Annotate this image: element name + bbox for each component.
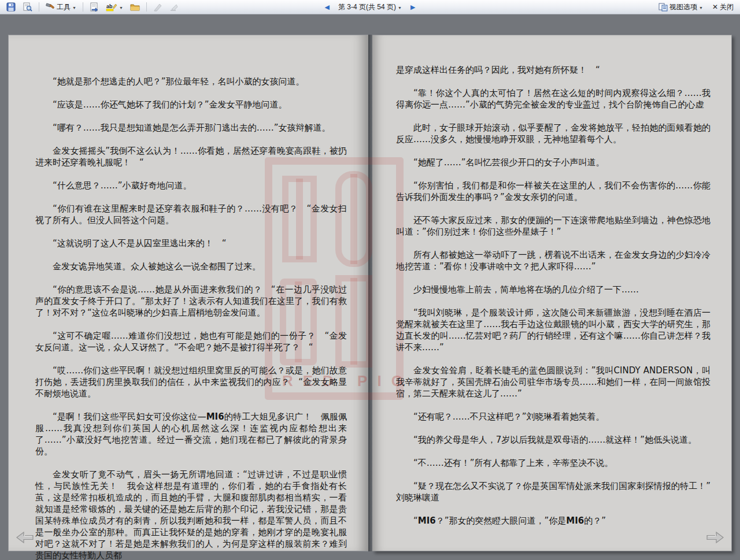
- paragraph: “你们有谁在这里醒来时是还穿着衣服和鞋子的？……没有吧？ “金发女扫视了所有人。…: [35, 203, 347, 226]
- paragraph: “应该是……你还气她坏了我们的计划？”金发女平静地问道。: [35, 99, 347, 110]
- paragraph: 是穿成这样出任务的吗？因此，我对她有所怀疑！ “: [396, 64, 711, 76]
- annotate-stamp-button[interactable]: [166, 1, 182, 13]
- paragraph: “哎……你们这些平民啊！就没想过组织里窝里反的可能么？或是，她们故意打伤她，丢进…: [35, 365, 347, 399]
- close-label: 关闭: [720, 2, 734, 12]
- page-left: “她就是那个想逃走的人吧？”那位最年轻，名叫小葳的女孩问道。“应该是……你还气她…: [8, 35, 368, 551]
- tools-label: 工具: [57, 2, 71, 12]
- prev-page-button[interactable]: ◀: [322, 2, 332, 13]
- paragraph: “她醒了……”名叫忆芸很少开口的女子小声叫道。: [396, 157, 711, 168]
- toolbar-right-group: 视图选项 ▼ ✕ 关闭: [656, 1, 737, 13]
- reading-area: “她就是那个想逃走的人吧？”那位最年轻，名叫小葳的女孩问道。“应该是……你还气她…: [0, 15, 740, 560]
- paragraph: “MI6？”那女的突然瞪大眼问道，”你是MI6的？”: [396, 515, 711, 526]
- folder-icon: [130, 2, 140, 12]
- toolbar-separator: [146, 2, 147, 12]
- page-navigation: ◀ 第 3-4 页(共 54 页) ▼ ▶: [322, 0, 419, 14]
- paragraph: 金发女诡异地笑道。众人被她这么一说全都围了过来。: [35, 261, 347, 272]
- next-page-button[interactable]: ▶: [408, 2, 418, 13]
- paragraph: “什么意思？……”小葳好奇地问道。: [35, 180, 347, 191]
- view-options-label: 视图选项: [669, 2, 697, 12]
- paragraph: “你的意思该不会是说……她是从外面进来救我们的？ “在一边几乎没吭过声的直发女子…: [35, 284, 347, 318]
- ebook-reader-window: 工具 ▼ ab ▼: [0, 0, 740, 560]
- reflow-icon: [90, 2, 99, 12]
- close-button[interactable]: ✕ 关闭: [709, 1, 737, 13]
- svg-text:ab: ab: [106, 3, 113, 9]
- paragraph: 金发女听了竟不动气，眉头一扬无所谓地回道：“过讲过讲，不过是职业惯性，与民族性无…: [35, 469, 347, 560]
- paragraph: “你别害怕，我们都是和你一样被关在这里的人，我们不会伤害你的……你能告诉我们外面…: [396, 180, 711, 203]
- page-right: 是穿成这样出任务的吗？因此，我对她有所怀疑！ ““靠！你这个人真的太可怕了！居然…: [372, 35, 732, 551]
- reflow-button[interactable]: [87, 1, 102, 13]
- paragraph: 少妇慢慢地靠上前去，简单地将在场的几位介绍了一下……: [396, 284, 711, 295]
- view-options-icon: [658, 2, 668, 12]
- page-number-label: 第 3-4 页(共 54 页): [338, 2, 396, 12]
- highlight-icon: ab: [106, 2, 117, 12]
- paragraph: “还有呢？……不只这样吧？”刘晓琳看着她笑着。: [396, 411, 711, 422]
- paragraph: “这可不确定喔……难道你们没想过，她也有可能是她们的一份子？ “金发女反问道。这…: [35, 330, 347, 353]
- paragraph: 金发女摇摇头”我倒不这么认为！……你看她，居然还穿着晚宴高跟鞋，被扔进来时还穿着…: [35, 145, 347, 168]
- paragraph: 此时，女子眼球开始滚动，似乎要醒了，金发将她放平，轻拍她的面颊看她的反应……没多…: [396, 122, 711, 145]
- paragraph: “疑？现在怎么又不实说了？你是英国军情处派来我们国家刺探情报的特工！”刘晓琳嚷道: [396, 480, 711, 503]
- pen-icon: [153, 2, 162, 12]
- paragraph: 还不等大家反应过来，那女的便蹦的一下连滚带爬地贴坐到墙边，神色惊恐地叫道：”你们…: [396, 214, 711, 238]
- close-icon: ✕: [712, 3, 718, 11]
- paragraph: “不……还有！”所有人都靠了上来，辛蒂坚决不说。: [396, 457, 711, 469]
- toolbar-separator: [83, 2, 83, 12]
- toolbar-separator: [39, 2, 39, 12]
- paragraph: “我的养父母是华人，7岁以后我就是双母语的……就这样！”她低头说道。: [396, 434, 711, 446]
- save-button[interactable]: [3, 1, 18, 13]
- paragraph: 所有人都被她这一举动吓了一跳，楞着说不出话来，在金发女身边的少妇冷冷地挖苦道：”…: [396, 249, 711, 272]
- print-preview-button[interactable]: [20, 1, 35, 13]
- paragraph: “靠！你这个人真的太可怕了！居然在这么短的时间内观察得这么细？……我得离你远一点…: [396, 87, 711, 110]
- paragraph: “我叫刘晓琳，是个服装设计师，这次随公司来新疆旅游，没想到睡在酒店一觉醒来就被关…: [396, 307, 711, 353]
- chevron-down-icon: ▼: [72, 5, 76, 10]
- paragraph: “她就是那个想逃走的人吧？”那位最年轻，名叫小葳的女孩问道。: [35, 76, 347, 87]
- tools-icon: [46, 2, 55, 12]
- chevron-down-icon: ▼: [398, 5, 402, 10]
- toolbar: 工具 ▼ ab ▼: [0, 0, 740, 14]
- page-left-content: “她就是那个想逃走的人吧？”那位最年轻，名叫小葳的女孩问道。“应该是……你还气她…: [9, 35, 368, 551]
- annotate-pen-button[interactable]: [150, 1, 165, 13]
- print-preview-icon: [23, 2, 32, 12]
- toolbar-left-group: 工具 ▼ ab ▼: [3, 1, 182, 13]
- chevron-down-icon: ▼: [119, 5, 123, 10]
- view-options-button[interactable]: 视图选项 ▼: [656, 1, 706, 13]
- paragraph: “是啊！我们这些平民妇女可没你这位—MI6的特工大姐见多识广！ 佩服佩服……我真…: [35, 411, 347, 457]
- next-page-icon: ▶: [410, 4, 415, 10]
- prev-page-icon: ◀: [325, 4, 330, 10]
- paragraph: “这就说明了这人不是从囚室里逃出来的！ “: [35, 238, 347, 249]
- paragraph: “哪有？……我只是想知道她是怎么弄开那门逃出去的……”女孩辩解道。: [35, 122, 347, 133]
- highlight-button[interactable]: ab ▼: [103, 1, 126, 13]
- page-number-dropdown[interactable]: 第 3-4 页(共 54 页) ▼: [335, 2, 405, 13]
- stamp-icon: [169, 2, 179, 12]
- paragraph: 金发女耸耸肩，眨着长睫毛的蓝色圆眼说到：”我叫CINDY ANDERSON，叫我…: [396, 365, 711, 399]
- page-right-content: 是穿成这样出任务的吗？因此，我对她有所怀疑！ ““靠！你这个人真的太可怕了！居然…: [372, 35, 731, 551]
- save-icon: [6, 2, 16, 12]
- tools-menu-button[interactable]: 工具 ▼: [43, 1, 79, 13]
- chevron-down-icon: ▼: [699, 5, 703, 10]
- folder-button[interactable]: [127, 1, 143, 13]
